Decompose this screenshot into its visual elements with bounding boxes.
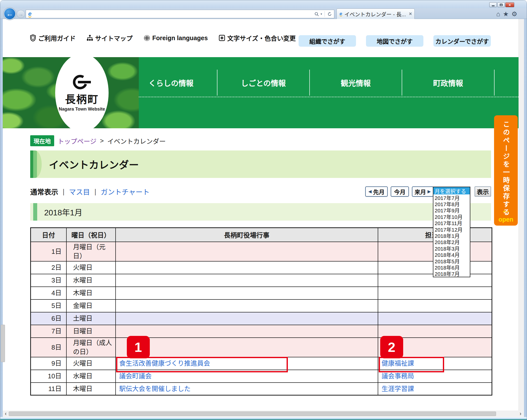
horizontal-scrollbar[interactable]: ‹ › [3, 411, 524, 417]
month-select-dropdown[interactable]: 月を選択する 2017年7月2017年8月2017年9月2017年10月2017… [433, 187, 470, 277]
vertical-scrollbar[interactable] [519, 19, 524, 411]
month-heading-bar: 2018年1月 [30, 203, 491, 221]
favorites-star-icon[interactable]: ★ [503, 10, 509, 18]
view-grid-link[interactable]: マス目 [69, 187, 90, 197]
guide-link[interactable]: ご利用ガイド [30, 33, 76, 42]
next-month-button[interactable]: 来月 ▶ [412, 186, 433, 197]
table-row: 8日 月曜日（成人の日） 1 2 [31, 338, 492, 357]
event-link[interactable]: 議会町議会 [119, 372, 152, 380]
date-cell: 7日 [31, 325, 66, 338]
date-cell: 9日 [31, 357, 66, 370]
department-link[interactable]: 議会事務局 [382, 372, 414, 380]
table-row: 1日 月曜日（元日） [31, 242, 492, 261]
site-banner: 長柄町 Nagara Town Website くらしの情報しごとの情報観光情報… [3, 57, 519, 128]
annotation-badge-1: 1 [127, 336, 150, 358]
address-bar[interactable]: e ▾ [26, 10, 334, 18]
event-link[interactable]: 駅伝大会を開催しました [119, 385, 191, 393]
text-size-color-link[interactable]: 文字サイズ・色合い変更 [219, 33, 296, 42]
this-month-button[interactable]: 今月 [391, 186, 409, 197]
month-heading-accent [33, 203, 37, 221]
town-emblem-icon [72, 74, 92, 90]
month-option[interactable]: 2017年11月 [433, 220, 470, 226]
search-by-org-button[interactable]: 組織でさがす [299, 35, 356, 47]
header-date: 日付 [31, 228, 66, 242]
globe-icon [144, 35, 150, 41]
address-dropdown-icon[interactable]: ▾ [321, 12, 322, 16]
minimize-button[interactable] [489, 2, 497, 7]
search-by-calendar-button[interactable]: カレンダーでさがす [433, 35, 491, 47]
scroll-left-icon[interactable]: ‹ [3, 411, 9, 417]
window-bottom-frame [0, 417, 527, 420]
month-option[interactable]: 2018年7月 [433, 271, 470, 277]
event-cell [116, 325, 378, 338]
month-option[interactable]: 2018年5月 [433, 258, 470, 264]
main-nav-item[interactable]: 観光情報 [310, 70, 402, 96]
date-cell: 2日 [31, 261, 66, 274]
settings-gear-icon[interactable]: ⚙ [512, 10, 517, 18]
scroll-right-icon[interactable]: › [518, 411, 524, 417]
tab-favicon-icon: e [339, 11, 343, 16]
search-by-map-button[interactable]: 地図でさがす [366, 35, 423, 47]
window-controls: × [489, 2, 514, 7]
month-option[interactable]: 2018年6月 [433, 264, 470, 270]
tab-title: イベントカレンダー - 長... [345, 10, 407, 18]
date-cell: 10日 [31, 370, 66, 383]
view-separator: | [63, 188, 64, 196]
sitemap-icon [87, 35, 93, 41]
tab-close-icon[interactable]: × [409, 11, 412, 17]
calendar-table-wrap: 日付 曜日（祝日） 長柄町役場行事 担当課 1日 月曜日（元日） [30, 227, 492, 396]
breadcrumb-home-link[interactable]: トップページ [58, 136, 96, 145]
month-option[interactable]: 2018年3月 [433, 245, 470, 251]
text-size-color-label: 文字サイズ・色合い変更 [227, 33, 296, 42]
header-event: 長柄町役場行事 [116, 228, 378, 242]
month-option[interactable]: 2017年10月 [433, 213, 470, 220]
sitemap-link[interactable]: サイトマップ [87, 33, 133, 42]
foreign-languages-link[interactable]: Foreign languages [144, 34, 208, 42]
vertical-scrollbar-thumb[interactable] [1, 325, 5, 362]
day-cell: 火曜日 [66, 261, 116, 274]
forward-button[interactable]: → [17, 10, 25, 18]
main-nav-item[interactable]: 町政情報 [402, 70, 495, 96]
search-icon[interactable] [314, 12, 319, 16]
sitemap-label: サイトマップ [95, 33, 133, 42]
month-option[interactable]: 2018年1月 [433, 232, 470, 239]
month-option[interactable]: 2017年8月 [433, 201, 470, 207]
home-icon[interactable]: ⌂ [496, 10, 500, 18]
date-cell: 1日 [31, 242, 66, 261]
show-button[interactable]: 表示 [475, 186, 491, 197]
month-option[interactable]: 2018年2月 [433, 239, 470, 245]
refresh-icon[interactable] [327, 12, 332, 16]
view-gantt-link[interactable]: ガントチャート [101, 187, 150, 197]
save-page-label: このページを一時保存する [501, 121, 511, 217]
save-page-tab[interactable]: このページを一時保存する ← open [494, 115, 518, 226]
main-nav-item[interactable]: しごとの情報 [217, 70, 310, 96]
event-link[interactable]: 食生活改善健康づくり推進員会 [119, 360, 210, 367]
browser-tab[interactable]: e イベントカレンダー - 長... × [337, 8, 415, 19]
main-nav-item[interactable]: くらしの情報 [125, 70, 217, 96]
forward-icon: → [18, 12, 23, 17]
department-link[interactable]: 生涯学習課 [382, 385, 414, 393]
month-option[interactable]: 2017年7月 [433, 194, 470, 201]
table-row: 9日 火曜日 食生活改善健康づくり推進員会 健康福祉課 [31, 357, 492, 370]
month-select-label[interactable]: 月を選択する [433, 187, 470, 194]
event-cell [116, 312, 378, 325]
table-row: 11日 木曜日 駅伝大会を開催しました 生涯学習課 [31, 383, 492, 395]
maximize-icon [500, 4, 503, 6]
department-cell [378, 312, 492, 325]
close-button[interactable]: × [505, 2, 514, 7]
month-option[interactable]: 2017年12月 [433, 226, 470, 232]
day-cell: 土曜日 [66, 312, 116, 325]
back-button[interactable]: ← [4, 8, 16, 20]
table-header-row: 日付 曜日（祝日） 長柄町役場行事 担当課 [31, 228, 492, 242]
horizontal-scrollbar-thumb[interactable] [9, 412, 496, 416]
department-link[interactable]: 健康福祉課 [382, 360, 414, 367]
maximize-button[interactable] [497, 2, 505, 7]
site-logo[interactable]: 長柄町 Nagara Town Website [55, 57, 109, 128]
day-cell: 水曜日 [66, 370, 116, 383]
prev-month-button[interactable]: ◀ 先月 [365, 186, 388, 197]
table-row: 2日 火曜日 [31, 261, 492, 274]
guide-shield-icon [30, 34, 36, 41]
department-cell [378, 299, 492, 312]
month-option[interactable]: 2017年9月 [433, 207, 470, 213]
month-option[interactable]: 2018年4月 [433, 252, 470, 258]
